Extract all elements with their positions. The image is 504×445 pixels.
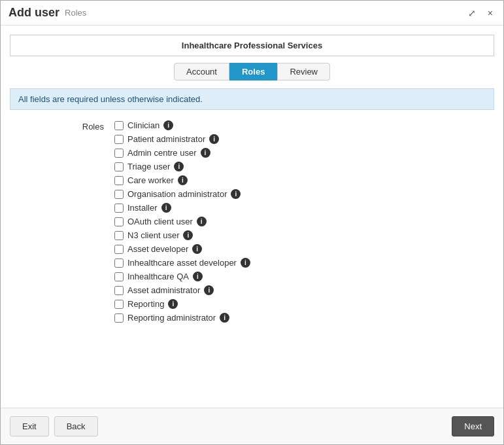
info-icon-asset-admin[interactable]: i bbox=[204, 285, 214, 295]
role-label: Care worker bbox=[127, 175, 174, 185]
roles-section: Roles Clinician i Patient administrator … bbox=[1, 120, 503, 332]
info-bar: All fields are required unless otherwise… bbox=[10, 88, 494, 110]
info-icon-oauth[interactable]: i bbox=[197, 217, 207, 226]
role-label: Installer bbox=[127, 203, 158, 213]
info-icon-reporting[interactable]: i bbox=[168, 299, 178, 309]
list-item: Installer i bbox=[114, 203, 250, 213]
role-label: Inhealthcare asset developer bbox=[127, 258, 237, 268]
roles-label: Roles bbox=[10, 120, 114, 323]
role-label: OAuth client user bbox=[127, 217, 193, 226]
info-icon-asset-dev[interactable]: i bbox=[192, 244, 202, 254]
role-label: Reporting administrator bbox=[127, 313, 216, 323]
role-checkbox-org-admin[interactable] bbox=[114, 190, 124, 199]
role-checkbox-care-worker[interactable] bbox=[114, 176, 124, 185]
info-icon-org-admin[interactable]: i bbox=[231, 189, 241, 199]
role-label: Clinician bbox=[127, 120, 160, 130]
role-checkbox-inh-asset-dev[interactable] bbox=[114, 258, 124, 268]
info-icon-installer[interactable]: i bbox=[161, 203, 171, 213]
role-checkbox-asset-admin[interactable] bbox=[114, 286, 124, 295]
dialog-title: Add user bbox=[8, 6, 59, 20]
role-checkbox-clinician[interactable] bbox=[114, 121, 124, 130]
role-checkbox-inh-qa[interactable] bbox=[114, 272, 124, 281]
info-icon-reporting-admin[interactable]: i bbox=[220, 313, 229, 323]
resize-icon[interactable]: ⤢ bbox=[465, 7, 479, 20]
info-icon-triage[interactable]: i bbox=[174, 162, 184, 171]
tab-review[interactable]: Review bbox=[277, 63, 330, 80]
list-item: Care worker i bbox=[114, 175, 250, 185]
dialog-subtitle: Roles bbox=[65, 8, 86, 18]
info-icon-n3[interactable]: i bbox=[183, 230, 193, 240]
list-item: Triage user i bbox=[114, 162, 250, 171]
role-label: Asset developer bbox=[127, 244, 188, 254]
role-checkbox-admin-centre[interactable] bbox=[114, 149, 124, 158]
role-checkbox-reporting-admin[interactable] bbox=[114, 313, 124, 323]
dialog-body: Inhealthcare Professional Services Accou… bbox=[1, 26, 503, 408]
list-item: Admin centre user i bbox=[114, 148, 250, 158]
close-icon[interactable]: × bbox=[485, 7, 496, 20]
list-item: N3 client user i bbox=[114, 230, 250, 240]
tabs-row: Account Roles Review bbox=[1, 63, 503, 80]
role-label: Organisation administrator bbox=[127, 189, 227, 199]
tab-account[interactable]: Account bbox=[174, 63, 229, 80]
org-header: Inhealthcare Professional Services bbox=[10, 35, 494, 56]
role-label: Asset administrator bbox=[127, 285, 200, 295]
exit-button[interactable]: Exit bbox=[10, 416, 49, 436]
info-icon-clinician[interactable]: i bbox=[163, 120, 173, 130]
list-item: Reporting administrator i bbox=[114, 313, 250, 323]
role-label: N3 client user bbox=[127, 230, 179, 240]
role-checkbox-installer[interactable] bbox=[114, 204, 124, 213]
role-label: Admin centre user bbox=[127, 148, 197, 158]
roles-list: Clinician i Patient administrator i Admi… bbox=[114, 120, 250, 323]
role-checkbox-reporting[interactable] bbox=[114, 300, 124, 309]
tab-roles[interactable]: Roles bbox=[229, 63, 277, 80]
role-checkbox-n3[interactable] bbox=[114, 231, 124, 240]
list-item: Asset developer i bbox=[114, 244, 250, 254]
role-checkbox-triage[interactable] bbox=[114, 162, 124, 171]
list-item: OAuth client user i bbox=[114, 217, 250, 226]
list-item: Reporting i bbox=[114, 299, 250, 309]
add-user-dialog: Add user Roles ⤢ × Inhealthcare Professi… bbox=[0, 0, 504, 445]
next-button[interactable]: Next bbox=[452, 416, 494, 436]
list-item: Organisation administrator i bbox=[114, 189, 250, 199]
role-checkbox-patient-admin[interactable] bbox=[114, 135, 124, 144]
role-label: Reporting bbox=[127, 299, 164, 309]
dialog-icons: ⤢ × bbox=[465, 7, 496, 20]
list-item: Inhealthcare asset developer i bbox=[114, 258, 250, 268]
info-icon-inh-asset-dev[interactable]: i bbox=[241, 258, 250, 268]
dialog-footer: Exit Back Next bbox=[1, 408, 503, 444]
list-item: Clinician i bbox=[114, 120, 250, 130]
role-label: Patient administrator bbox=[127, 134, 205, 144]
list-item: Patient administrator i bbox=[114, 134, 250, 144]
back-button[interactable]: Back bbox=[54, 416, 98, 436]
list-item: Inhealthcare QA i bbox=[114, 272, 250, 281]
info-icon-admin-centre[interactable]: i bbox=[201, 148, 210, 158]
role-checkbox-asset-dev[interactable] bbox=[114, 245, 124, 254]
list-item: Asset administrator i bbox=[114, 285, 250, 295]
role-label: Triage user bbox=[127, 162, 170, 171]
info-icon-inh-qa[interactable]: i bbox=[193, 272, 203, 281]
dialog-titlebar: Add user Roles ⤢ × bbox=[1, 1, 503, 26]
info-icon-patient-admin[interactable]: i bbox=[209, 134, 219, 144]
role-label: Inhealthcare QA bbox=[127, 272, 189, 281]
info-icon-care-worker[interactable]: i bbox=[178, 175, 188, 185]
role-checkbox-oauth[interactable] bbox=[114, 217, 124, 226]
